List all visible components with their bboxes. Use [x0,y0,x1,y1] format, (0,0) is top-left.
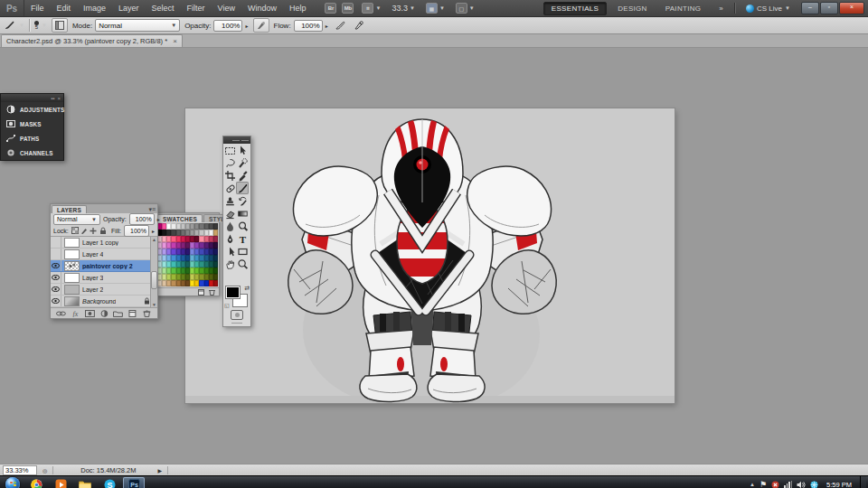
menu-select[interactable]: Select [146,0,181,16]
menu-window[interactable]: Window [241,0,283,16]
layer-row[interactable]: paintover copy 2 [51,260,157,272]
zoom-level-dropdown[interactable]: 33.3 ▼ [389,3,417,14]
tool-gradient[interactable] [236,207,249,220]
tool-eraser[interactable] [223,207,236,220]
taskbar-app-skype[interactable]: S [99,477,120,488]
tool-type[interactable]: T [236,232,249,245]
layer-row[interactable]: Layer 2 [51,284,157,296]
add-layer-mask-icon[interactable] [85,310,95,317]
volume-icon[interactable] [797,481,806,488]
swatch[interactable] [213,223,218,230]
scroll-down-icon[interactable]: ▼ [152,302,156,307]
layers-fill-field[interactable]: 100% [124,225,149,237]
close-tab-icon[interactable]: × [173,37,177,45]
layer-row[interactable]: Background [51,296,157,307]
scrollbar-thumb[interactable] [151,271,157,289]
taskbar-clock[interactable]: 5:59 PM [823,481,855,488]
toolbox-title-bar[interactable] [223,136,250,144]
layer-thumbnail[interactable] [64,238,80,248]
dock-item-adjustments[interactable]: ADJUSTMENTS [1,102,63,117]
tool-rectangular-marquee[interactable] [223,144,236,156]
default-colors-icon[interactable]: ◱ [224,302,230,308]
airbrush-toggle[interactable] [333,19,347,32]
new-layer-icon[interactable] [127,310,137,317]
bridge-icon[interactable]: Br [325,3,336,14]
tool-history-brush[interactable] [236,194,249,207]
layer-style-icon[interactable]: fx [71,310,80,317]
layers-opacity-field[interactable]: 100% [129,213,155,225]
quick-mask-button[interactable] [231,310,243,320]
taskbar-app-media-player[interactable] [50,477,71,488]
tool-path-selection[interactable] [223,245,236,258]
pressure-opacity-toggle[interactable] [253,18,269,33]
scroll-up-icon[interactable]: ▲ [152,237,156,242]
layer-row[interactable]: Layer 3 [51,272,157,284]
layer-row[interactable]: Layer 1 copy [51,237,157,249]
tool-hand[interactable] [223,258,236,270]
tool-preset-picker[interactable]: ▼ [4,20,24,31]
tab-layers[interactable]: LAYERS [52,205,87,213]
menu-edit[interactable]: Edit [51,0,78,16]
layer-thumbnail[interactable] [64,296,80,306]
view-extras-button[interactable]: ⌗ ▼ [359,2,383,14]
show-hidden-icons-button[interactable]: ▲ [750,482,755,487]
layers-blend-mode-dropdown[interactable]: Normal ▼ [53,214,100,225]
swap-colors-icon[interactable]: ⇄ [244,285,250,292]
swatch[interactable] [213,236,218,242]
taskbar-app-explorer[interactable] [74,477,96,488]
close-button[interactable]: × [839,2,864,14]
workspace-design[interactable]: DESIGN [610,3,654,14]
tray-app-icon[interactable] [810,481,818,488]
visibility-toggle[interactable] [51,260,61,271]
visibility-toggle[interactable] [51,272,61,283]
visibility-toggle[interactable] [51,296,61,306]
pressure-size-toggle[interactable] [352,19,366,32]
taskbar-app-photoshop[interactable]: Ps [123,477,145,488]
tool-lasso[interactable] [223,156,236,169]
visibility-toggle[interactable] [51,237,61,248]
tool-rectangle-shape[interactable] [236,245,249,258]
dock-item-masks[interactable]: MASKS [1,117,63,131]
new-swatch-icon[interactable] [197,289,205,296]
menu-layer[interactable]: Layer [112,0,146,16]
tool-move[interactable] [236,144,249,156]
tool-blur[interactable] [223,220,236,232]
visibility-toggle[interactable] [51,249,61,259]
menu-file[interactable]: File [24,0,51,16]
alert-icon[interactable] [771,481,779,488]
foreground-color-swatch[interactable] [226,286,240,298]
menu-image[interactable]: Image [77,0,112,16]
tab-swatches[interactable]: SWATCHES [157,214,203,222]
dock-item-paths[interactable]: PATHS [1,131,63,145]
tool-dodge[interactable] [236,220,249,232]
tool-zoom[interactable] [236,258,249,270]
blend-mode-dropdown[interactable]: Normal ▼ [95,19,180,32]
flow-field[interactable]: 100% [294,20,323,32]
delete-swatch-icon[interactable] [208,289,216,296]
tool-brush[interactable] [236,182,249,194]
status-zoom-field[interactable]: 33.33% [3,465,37,475]
swatch[interactable] [213,267,218,274]
workspace-overflow-button[interactable]: » [712,3,731,14]
menu-help[interactable]: Help [283,0,313,16]
swatch[interactable] [213,230,218,236]
dock-item-channels[interactable]: CHANNELS [1,145,63,160]
swatch[interactable] [213,242,218,249]
arrange-documents-button[interactable]: ▦ ▼ [423,2,448,14]
swatch[interactable] [213,280,218,286]
status-menu-arrow-icon[interactable]: ▶ [158,467,163,474]
taskbar-app-chrome[interactable] [25,477,47,488]
tool-pen[interactable] [223,232,236,245]
tool-crop[interactable] [223,169,236,182]
opacity-slider-arrow-icon[interactable]: ▸ [157,216,160,222]
workspace-essentials[interactable]: ESSENTIALS [543,2,607,15]
layers-scrollbar[interactable]: ▲ ▼ [150,237,157,307]
collapse-icon[interactable]: ▪▪ [51,96,54,101]
swatch[interactable] [213,255,218,261]
close-icon[interactable]: × [57,96,61,101]
tool-eyedropper[interactable] [236,169,249,182]
delete-layer-icon[interactable] [142,310,152,317]
toggle-brush-panel-button[interactable] [52,18,68,33]
lock-icons[interactable] [71,227,108,235]
visibility-toggle[interactable] [51,284,61,295]
